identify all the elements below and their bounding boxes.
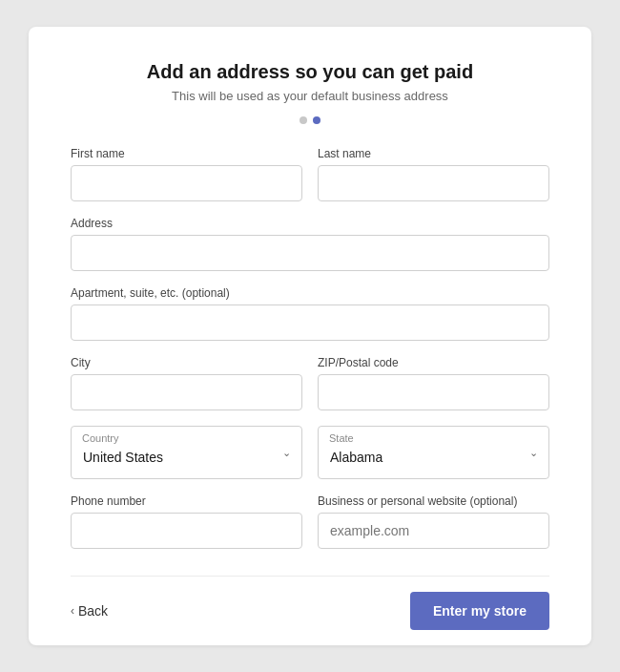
apt-input[interactable]: [71, 304, 549, 341]
back-chevron-icon: ‹: [71, 604, 74, 618]
stepper-dot-1: [300, 116, 307, 124]
page-header: Add an address so you can get paid This …: [71, 61, 549, 103]
page-title: Add an address so you can get paid: [71, 61, 549, 83]
first-name-input[interactable]: [71, 165, 302, 201]
last-name-group: Last name: [318, 147, 549, 201]
main-card: Add an address so you can get paid This …: [29, 27, 591, 645]
website-input[interactable]: [318, 513, 549, 549]
country-group: Country United States Canada United King…: [71, 426, 302, 479]
city-group: City: [71, 356, 302, 410]
website-group: Business or personal website (optional): [318, 494, 549, 549]
state-group: State Alabama Alaska Arizona California …: [318, 426, 549, 479]
back-label: Back: [78, 603, 108, 619]
website-label: Business or personal website (optional): [318, 494, 549, 508]
country-select[interactable]: United States Canada United Kingdom: [71, 426, 302, 479]
first-name-label: First name: [71, 147, 302, 160]
state-select-wrapper: State Alabama Alaska Arizona California …: [318, 426, 549, 479]
phone-label: Phone number: [71, 494, 302, 508]
last-name-label: Last name: [318, 147, 549, 160]
stepper-dot-2: [313, 116, 320, 124]
city-zip-row: City ZIP/Postal code: [71, 356, 549, 410]
address-label: Address: [71, 217, 549, 230]
enter-store-button[interactable]: Enter my store: [410, 592, 549, 630]
progress-stepper: [71, 116, 549, 124]
back-button[interactable]: ‹ Back: [71, 603, 108, 619]
apt-group: Apartment, suite, etc. (optional): [71, 286, 549, 341]
phone-group: Phone number: [71, 494, 302, 549]
apt-label: Apartment, suite, etc. (optional): [71, 286, 549, 300]
zip-input[interactable]: [318, 374, 549, 410]
address-group: Address: [71, 217, 549, 271]
page-subtitle: This will be used as your default busine…: [71, 89, 549, 103]
form: First name Last name Address Apartment, …: [71, 147, 549, 549]
zip-label: ZIP/Postal code: [318, 356, 549, 369]
city-label: City: [71, 356, 302, 369]
country-select-wrapper: Country United States Canada United King…: [71, 426, 302, 479]
page-footer: ‹ Back Enter my store: [71, 576, 549, 645]
phone-input[interactable]: [71, 513, 302, 549]
zip-group: ZIP/Postal code: [318, 356, 549, 410]
city-input[interactable]: [71, 374, 302, 410]
last-name-input[interactable]: [318, 165, 549, 201]
first-name-group: First name: [71, 147, 302, 201]
name-row: First name Last name: [71, 147, 549, 201]
state-select[interactable]: Alabama Alaska Arizona California New Yo…: [318, 426, 549, 479]
phone-website-row: Phone number Business or personal websit…: [71, 494, 549, 549]
address-input[interactable]: [71, 235, 549, 271]
country-state-row: Country United States Canada United King…: [71, 426, 549, 479]
